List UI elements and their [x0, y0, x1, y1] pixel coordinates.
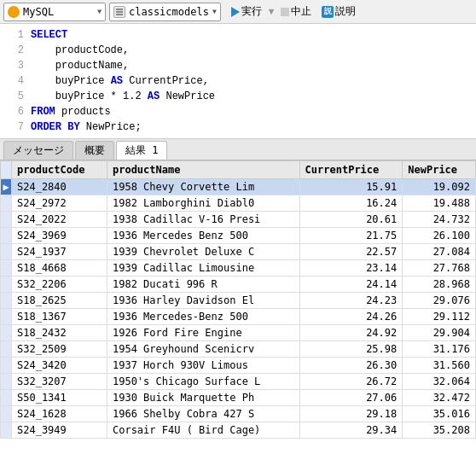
cell-currentPrice: 24.92	[299, 325, 403, 341]
cell-productCode: S32_2509	[12, 341, 107, 358]
cell-productName: 1939 Cadillac Limousine	[107, 260, 299, 276]
row-indicator	[1, 325, 12, 341]
cell-newPrice: 26.100	[403, 228, 476, 244]
table-row[interactable]: S18_24321926 Ford Fire Engine24.9229.904	[1, 325, 476, 341]
cell-productCode: S32_2206	[12, 276, 107, 293]
stop-icon	[281, 8, 289, 16]
cell-productName: 1937 Horch 930V Limous	[107, 358, 299, 374]
cell-productCode: S18_1367	[12, 309, 107, 325]
cell-productName: 1936 Mercedes-Benz 500	[107, 309, 299, 325]
cell-newPrice: 31.560	[403, 358, 476, 374]
cell-currentPrice: 21.75	[299, 228, 403, 244]
table-row[interactable]: S50_13411930 Buick Marquette Ph27.0632.4…	[1, 390, 476, 406]
run-label: 実行	[241, 4, 262, 19]
schema-dropdown-arrow[interactable]: ▼	[212, 8, 217, 15]
col-header-currentPrice[interactable]: CurrentPrice	[299, 161, 403, 179]
col-header-newPrice[interactable]: NewPrice	[403, 161, 476, 179]
table-row[interactable]: S18_26251936 Harley Davidson El24.2329.0…	[1, 293, 476, 309]
code-editor[interactable]: 1 SELECT 2 productCode, 3 productName, 4…	[0, 24, 476, 139]
code-line-1: 1 SELECT	[0, 27, 476, 43]
tab-summary[interactable]: 概要	[75, 141, 114, 160]
cell-newPrice: 24.732	[403, 212, 476, 228]
stop-button[interactable]: 中止	[277, 3, 315, 20]
table-row[interactable]: S24_3949Corsair F4U ( Bird Cage)29.3435.…	[1, 422, 476, 439]
table-row[interactable]: S24_29721982 Lamborghini Diabl016.2419.4…	[1, 195, 476, 212]
cell-productName: 1939 Chevrolet Deluxe C	[107, 244, 299, 260]
separator: ▼	[269, 6, 275, 17]
cell-newPrice: 19.092	[403, 179, 476, 195]
row-indicator	[1, 260, 12, 276]
cell-productCode: S18_2432	[12, 325, 107, 341]
table-row[interactable]: S32_25091954 Greyhound Scenicrv25.9831.1…	[1, 341, 476, 358]
row-indicator	[1, 358, 12, 374]
code-line-6: 6 FROM products	[0, 104, 476, 119]
schema-label: classicmodels	[129, 6, 209, 18]
table-row[interactable]: S24_20221938 Cadillac V-16 Presi20.6124.…	[1, 212, 476, 228]
col-header-productName[interactable]: productName	[107, 161, 299, 179]
toolbar-actions: 実行 ▼ 中止 説 説明	[228, 3, 360, 20]
table-row[interactable]: S24_39691936 Mercedes Benz 50021.7526.10…	[1, 228, 476, 244]
cell-productName: 1936 Mercedes Benz 500	[107, 228, 299, 244]
code-line-5: 5 buyPrice * 1.2 AS NewPrice	[0, 89, 476, 104]
code-line-3: 3 productName,	[0, 58, 476, 73]
row-indicator	[1, 293, 12, 309]
table-row[interactable]: S18_46681939 Cadillac Limousine23.1427.7…	[1, 260, 476, 276]
cell-productName: 1938 Cadillac V-16 Presi	[107, 212, 299, 228]
cell-productName: 1936 Harley Davidson El	[107, 293, 299, 309]
run-button[interactable]: 実行	[228, 3, 265, 20]
tab-results[interactable]: 結果 1	[116, 141, 167, 160]
row-indicator	[1, 276, 12, 293]
cell-productCode: S24_3969	[12, 228, 107, 244]
row-indicator	[1, 341, 12, 358]
table-row[interactable]: S32_22061982 Ducati 996 R24.1428.968	[1, 276, 476, 293]
row-indicator	[1, 309, 12, 325]
schema-selector[interactable]: classicmodels ▼	[109, 3, 221, 21]
cell-currentPrice: 16.24	[299, 195, 403, 212]
row-indicator	[1, 390, 12, 406]
cell-productName: 1966 Shelby Cobra 427 S	[107, 406, 299, 422]
cell-productName: 1926 Ford Fire Engine	[107, 325, 299, 341]
cell-currentPrice: 23.14	[299, 260, 403, 276]
stop-label: 中止	[291, 4, 311, 19]
tabs-bar: メッセージ 概要 結果 1	[0, 139, 476, 160]
toolbar: MySQL ▼ classicmodels ▼ 実行 ▼ 中止 説 説明	[0, 0, 476, 24]
results-area[interactable]: productCode productName CurrentPrice New…	[0, 160, 476, 454]
cell-currentPrice: 29.18	[299, 406, 403, 422]
table-row[interactable]: S24_16281966 Shelby Cobra 427 S29.1835.0…	[1, 406, 476, 422]
tab-messages[interactable]: メッセージ	[3, 141, 73, 160]
cell-newPrice: 29.112	[403, 309, 476, 325]
table-row[interactable]: S24_19371939 Chevrolet Deluxe C22.5727.0…	[1, 244, 476, 260]
play-icon	[231, 7, 240, 17]
cell-newPrice: 19.488	[403, 195, 476, 212]
db-label: MySQL	[23, 6, 94, 18]
cell-currentPrice: 27.06	[299, 390, 403, 406]
cell-productCode: S24_1628	[12, 406, 107, 422]
cell-productName: 1950's Chicago Surface L	[107, 374, 299, 390]
cell-productName: 1930 Buick Marquette Ph	[107, 390, 299, 406]
table-row[interactable]: S18_13671936 Mercedes-Benz 50024.2629.11…	[1, 309, 476, 325]
cell-productName: 1958 Chevy Corvette Lim	[107, 179, 299, 195]
table-row[interactable]: S32_32071950's Chicago Surface L26.7232.…	[1, 374, 476, 390]
db-selector[interactable]: MySQL ▼	[3, 3, 106, 21]
cell-productCode: S24_2022	[12, 212, 107, 228]
cell-productCode: S24_1937	[12, 244, 107, 260]
cell-currentPrice: 22.57	[299, 244, 403, 260]
table-row[interactable]: ▶S24_28401958 Chevy Corvette Lim15.9119.…	[1, 179, 476, 195]
db-dropdown-arrow[interactable]: ▼	[97, 8, 102, 15]
row-indicator	[1, 244, 12, 260]
cell-currentPrice: 15.91	[299, 179, 403, 195]
explain-button[interactable]: 説 説明	[318, 3, 359, 20]
row-indicator-header	[1, 161, 12, 179]
explain-label: 説明	[335, 4, 356, 19]
cell-currentPrice: 29.34	[299, 422, 403, 439]
cell-newPrice: 27.084	[403, 244, 476, 260]
cell-currentPrice: 24.26	[299, 309, 403, 325]
cell-currentPrice: 24.23	[299, 293, 403, 309]
col-header-productCode[interactable]: productCode	[12, 161, 107, 179]
row-indicator	[1, 406, 12, 422]
cell-productCode: S18_4668	[12, 260, 107, 276]
table-row[interactable]: S24_34201937 Horch 930V Limous26.3031.56…	[1, 358, 476, 374]
cell-newPrice: 29.076	[403, 293, 476, 309]
row-indicator: ▶	[1, 179, 12, 195]
cell-currentPrice: 26.30	[299, 358, 403, 374]
